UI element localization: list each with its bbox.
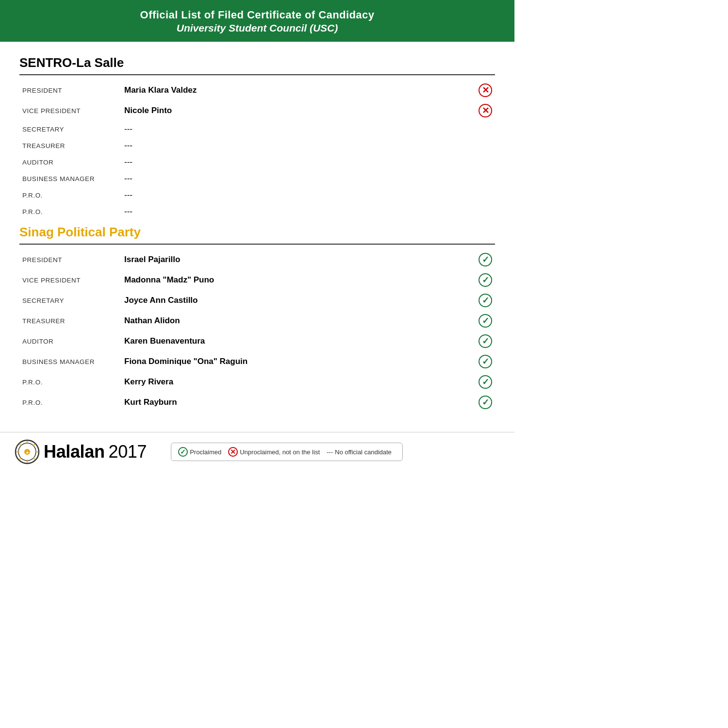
header-title: Official List of Filed Certificate of Ca…	[10, 9, 505, 21]
candidate-role: TREASURER	[19, 137, 121, 154]
candidate-status	[471, 137, 495, 154]
candidate-name: Kerry Rivera	[121, 372, 471, 392]
candidate-role: PRESIDENT	[19, 80, 121, 100]
proclaimed-icon: ✓	[178, 447, 188, 457]
proclaimed-checkmark-icon: ✓	[479, 396, 492, 409]
candidate-role: TREASURER	[19, 311, 121, 331]
candidate-status: ✓	[471, 311, 495, 331]
candidate-name: Madonna "Madz" Puno	[121, 270, 471, 290]
candidate-status	[471, 121, 495, 137]
halalan-logo-icon: ★	[15, 439, 40, 464]
candidate-role: VICE PRESIDENT	[19, 100, 121, 121]
table-row: TREASURER---	[19, 137, 495, 154]
candidate-status: ✓	[471, 270, 495, 290]
table-row: BUSINESS MANAGER---	[19, 170, 495, 187]
footer-legend: ✓ Proclaimed ✕ Unproclaimed, not on the …	[171, 443, 403, 461]
table-row: VICE PRESIDENTMadonna "Madz" Puno✓	[19, 270, 495, 290]
unproclaimed-x-icon: ✕	[479, 83, 492, 97]
party-divider-1	[19, 244, 495, 245]
header-subtitle: University Student Council (USC)	[10, 22, 505, 34]
candidate-name: Joyce Ann Castillo	[121, 290, 471, 311]
party-heading-1: Sinag Political Party	[19, 225, 495, 240]
candidate-name: ---	[121, 203, 471, 220]
main-content: SENTRO-La SallePRESIDENTMaria Klara Vald…	[0, 42, 514, 427]
table-row: P.R.O.---	[19, 187, 495, 203]
legend-no-candidate: --- No official candidate	[327, 448, 392, 456]
party-heading-0: SENTRO-La Salle	[19, 55, 495, 70]
table-row: P.R.O.Kerry Rivera✓	[19, 372, 495, 392]
candidate-role: P.R.O.	[19, 187, 121, 203]
candidate-status	[471, 187, 495, 203]
candidate-role: BUSINESS MANAGER	[19, 170, 121, 187]
unproclaimed-x-icon: ✕	[479, 104, 492, 117]
candidate-status: ✓	[471, 331, 495, 351]
candidate-status: ✓	[471, 290, 495, 311]
party-divider-0	[19, 74, 495, 75]
candidates-table-1: PRESIDENTIsrael Pajarillo✓VICE PRESIDENT…	[19, 249, 495, 413]
legend-proclaimed-label: Proclaimed	[190, 448, 221, 456]
legend-proclaimed: ✓ Proclaimed	[178, 447, 221, 457]
svg-text:★: ★	[26, 451, 29, 454]
table-row: BUSINESS MANAGERFiona Dominique "Ona" Ra…	[19, 351, 495, 372]
candidate-role: P.R.O.	[19, 372, 121, 392]
candidate-status: ✕	[471, 80, 495, 100]
candidate-role: VICE PRESIDENT	[19, 270, 121, 290]
legend-no-candidate-label: No official candidate	[335, 448, 392, 456]
candidate-role: AUDITOR	[19, 331, 121, 351]
candidate-status	[471, 203, 495, 220]
table-row: P.R.O.---	[19, 203, 495, 220]
candidate-name: ---	[121, 187, 471, 203]
table-row: AUDITORKaren Buenaventura✓	[19, 331, 495, 351]
candidate-role: P.R.O.	[19, 203, 121, 220]
proclaimed-checkmark-icon: ✓	[479, 355, 492, 368]
proclaimed-checkmark-icon: ✓	[479, 375, 492, 389]
proclaimed-checkmark-icon: ✓	[479, 294, 492, 307]
candidate-role: PRESIDENT	[19, 249, 121, 270]
table-row: VICE PRESIDENTNicole Pinto✕	[19, 100, 495, 121]
candidate-role: BUSINESS MANAGER	[19, 351, 121, 372]
candidate-name: ---	[121, 121, 471, 137]
table-row: TREASURERNathan Alidon✓	[19, 311, 495, 331]
candidate-name: Karen Buenaventura	[121, 331, 471, 351]
legend-unproclaimed-label: Unproclaimed, not on the list	[240, 448, 320, 456]
svg-line-6	[19, 444, 21, 446]
svg-line-8	[33, 444, 35, 446]
footer-brand-name: Halalan2017	[44, 442, 147, 462]
page-header: Official List of Filed Certificate of Ca…	[0, 0, 514, 42]
table-row: AUDITOR---	[19, 154, 495, 170]
candidate-role: P.R.O.	[19, 392, 121, 413]
candidate-name: Maria Klara Valdez	[121, 80, 471, 100]
footer-logo: ★ Halalan2017	[15, 439, 147, 464]
footer: ★ Halalan2017 ✓ Proclaimed ✕ Unproclaime…	[0, 432, 514, 471]
proclaimed-checkmark-icon: ✓	[479, 273, 492, 287]
candidate-role: SECRETARY	[19, 121, 121, 137]
candidate-name: ---	[121, 154, 471, 170]
candidate-status: ✕	[471, 100, 495, 121]
proclaimed-checkmark-icon: ✓	[479, 314, 492, 328]
candidate-name: Nathan Alidon	[121, 311, 471, 331]
table-row: SECRETARY---	[19, 121, 495, 137]
candidate-status	[471, 154, 495, 170]
candidate-role: SECRETARY	[19, 290, 121, 311]
no-candidate-dash: ---	[327, 448, 333, 456]
candidate-name: Nicole Pinto	[121, 100, 471, 121]
candidate-status: ✓	[471, 372, 495, 392]
svg-line-7	[33, 458, 35, 460]
candidate-name: Fiona Dominique "Ona" Raguin	[121, 351, 471, 372]
candidate-status	[471, 170, 495, 187]
table-row: PRESIDENTIsrael Pajarillo✓	[19, 249, 495, 270]
candidate-status: ✓	[471, 392, 495, 413]
candidate-status: ✓	[471, 249, 495, 270]
parties-container: SENTRO-La SallePRESIDENTMaria Klara Vald…	[19, 55, 495, 413]
svg-line-9	[19, 458, 21, 460]
candidate-name: ---	[121, 170, 471, 187]
legend-unproclaimed: ✕ Unproclaimed, not on the list	[228, 447, 320, 457]
candidate-status: ✓	[471, 351, 495, 372]
candidate-name: ---	[121, 137, 471, 154]
candidate-role: AUDITOR	[19, 154, 121, 170]
proclaimed-checkmark-icon: ✓	[479, 334, 492, 348]
proclaimed-checkmark-icon: ✓	[479, 253, 492, 266]
candidate-name: Kurt Rayburn	[121, 392, 471, 413]
candidate-name: Israel Pajarillo	[121, 249, 471, 270]
candidates-table-0: PRESIDENTMaria Klara Valdez✕VICE PRESIDE…	[19, 80, 495, 220]
